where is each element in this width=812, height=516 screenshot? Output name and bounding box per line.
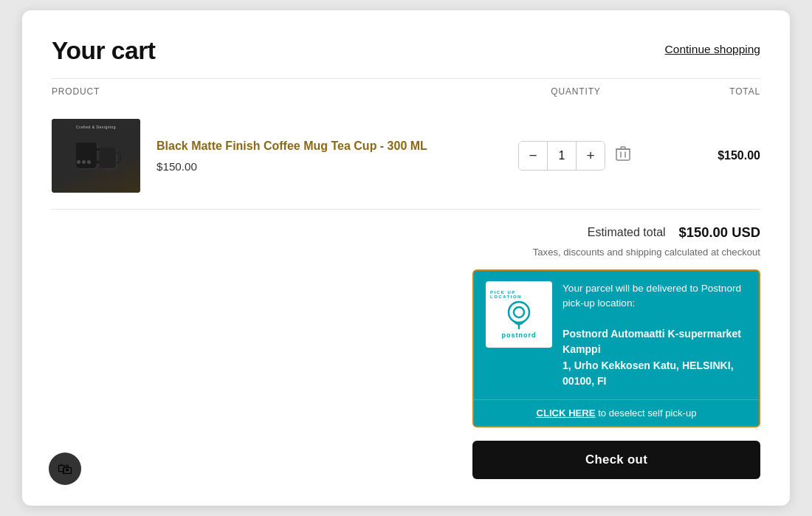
quantity-decrease-button[interactable]: − xyxy=(519,142,547,170)
product-details: Black Matte Finish Coffee Mug Tea Cup - … xyxy=(156,138,495,173)
pickup-arc-text: Pick up location xyxy=(490,290,548,299)
table-row: Crafted & Designing Black Matte Finish C… xyxy=(52,103,760,210)
pickup-logo-box: Pick up location postnord xyxy=(486,281,552,348)
tax-note: Taxes, discounts and shipping calculated… xyxy=(533,247,760,258)
delete-item-button[interactable] xyxy=(613,142,633,168)
deselect-link[interactable]: CLICK HERE xyxy=(536,407,595,419)
estimated-total-label: Estimated total xyxy=(588,226,666,239)
shopify-bag-icon: 🛍 xyxy=(58,460,73,478)
pickup-text: Your parcel will be delivered to Postnor… xyxy=(562,281,747,390)
continue-shopping-link[interactable]: Continue shopping xyxy=(665,43,760,56)
svg-rect-0 xyxy=(616,149,630,160)
cart-container: Your cart Continue shopping PRODUCT QUAN… xyxy=(22,10,790,506)
col-quantity-header: QUANTITY xyxy=(495,86,657,97)
product-image: Crafted & Designing xyxy=(52,119,140,193)
pickup-main: Pick up location postnord Your parcel wi… xyxy=(474,271,759,400)
pickup-description: Your parcel will be delivered to Postnor… xyxy=(562,283,741,309)
cart-footer: Estimated total $150.00 USD Taxes, disco… xyxy=(52,224,760,480)
quantity-controls: − 1 + xyxy=(495,141,657,171)
location-pin-icon xyxy=(506,300,532,330)
svg-point-1 xyxy=(509,302,529,323)
column-headers: PRODUCT QUANTITY TOTAL xyxy=(52,78,760,103)
cart-title: Your cart xyxy=(52,37,155,65)
trash-icon xyxy=(616,145,630,162)
pickup-card: Pick up location postnord Your parcel wi… xyxy=(472,269,760,428)
checkout-button[interactable]: Check out xyxy=(472,441,760,479)
quantity-increase-button[interactable]: + xyxy=(577,142,605,170)
estimated-total-row: Estimated total $150.00 USD xyxy=(588,224,760,241)
estimated-total-amount: $150.00 USD xyxy=(679,224,760,241)
pickup-address: 1, Urho Kekkosen Katu, HELSINKI, 00100, … xyxy=(562,360,734,387)
pickup-location-name: Postnord Automaatti K-supermarket Kamppi xyxy=(562,328,741,355)
product-name: Black Matte Finish Coffee Mug Tea Cup - … xyxy=(156,138,495,154)
pickup-deselect-row: CLICK HERE to deselect self pick-up xyxy=(474,399,759,426)
shopify-badge: 🛍 xyxy=(49,453,81,485)
deselect-suffix: to deselect self pick-up xyxy=(596,407,697,419)
col-total-header: TOTAL xyxy=(657,86,760,97)
product-price: $150.00 xyxy=(156,160,495,173)
item-total: $150.00 xyxy=(657,149,760,162)
svg-point-2 xyxy=(514,307,524,317)
quantity-box: − 1 + xyxy=(518,141,605,171)
col-product-header: PRODUCT xyxy=(52,86,495,97)
quantity-value: 1 xyxy=(547,142,577,170)
postnord-label: postnord xyxy=(502,331,537,339)
cart-header: Your cart Continue shopping xyxy=(52,37,760,65)
